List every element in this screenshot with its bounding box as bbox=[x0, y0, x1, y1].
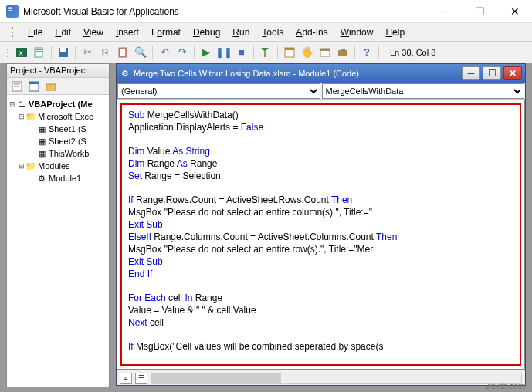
procedure-view-icon[interactable]: ≡ bbox=[120, 373, 132, 384]
project-tree[interactable]: ⊟🗀VBAProject (Me ⊟📁Microsoft Exce ▦Sheet… bbox=[7, 95, 109, 188]
object-browser-icon[interactable] bbox=[317, 44, 334, 61]
cut-icon[interactable]: ✂ bbox=[79, 44, 96, 61]
svg-rect-2 bbox=[35, 48, 42, 57]
view-code-icon[interactable] bbox=[10, 79, 24, 93]
menu-view[interactable]: View bbox=[77, 24, 110, 41]
tree-root[interactable]: ⊟🗀VBAProject (Me bbox=[8, 98, 107, 110]
sheet-icon: ▦ bbox=[36, 123, 47, 134]
svg-rect-8 bbox=[120, 49, 125, 56]
window-title: Microsoft Visual Basic for Applications bbox=[23, 6, 428, 17]
menubar: ⋮ File Edit View Insert Format Debug Run… bbox=[0, 23, 532, 42]
svg-rect-10 bbox=[264, 52, 266, 57]
project-explorer-icon[interactable] bbox=[281, 44, 298, 61]
menu-debug[interactable]: Debug bbox=[187, 24, 226, 41]
menu-edit[interactable]: Edit bbox=[49, 24, 77, 41]
module-icon: ⚙ bbox=[120, 68, 130, 79]
tree-sheet2[interactable]: ▦Sheet2 (S bbox=[8, 135, 107, 147]
horizontal-scrollbar[interactable] bbox=[151, 373, 522, 384]
code-window-footer: ≡ ☰ bbox=[117, 370, 525, 385]
tree-modules[interactable]: ⊟📁Modules bbox=[8, 160, 107, 172]
paste-icon[interactable] bbox=[114, 44, 131, 61]
svg-rect-3 bbox=[36, 49, 42, 50]
codewin-close-button[interactable]: ✕ bbox=[503, 66, 522, 80]
svg-text:X: X bbox=[19, 49, 23, 57]
procedure-dropdown[interactable]: MergeCellsWithData bbox=[322, 83, 525, 99]
sheet-icon: ▦ bbox=[36, 136, 47, 147]
undo-icon[interactable]: ↶ bbox=[156, 44, 173, 61]
mdi-area: Project - VBAProject ⊟🗀VBAProject (Me ⊟📁… bbox=[0, 63, 532, 392]
window-close-button[interactable]: ✕ bbox=[497, 0, 532, 23]
view-object-icon[interactable] bbox=[27, 79, 41, 93]
view-excel-icon[interactable]: X bbox=[13, 44, 30, 61]
toolbox-icon[interactable] bbox=[334, 44, 351, 61]
svg-rect-22 bbox=[46, 84, 56, 90]
menu-tools[interactable]: Tools bbox=[256, 24, 290, 41]
tree-module1[interactable]: ⚙Module1 bbox=[8, 172, 107, 184]
codewin-minimize-button[interactable]: ─ bbox=[462, 66, 480, 80]
svg-rect-6 bbox=[60, 48, 66, 52]
svg-rect-14 bbox=[320, 49, 330, 51]
code-window: ⚙ Merge Two Cells Witout Losing Data.xls… bbox=[116, 63, 526, 386]
codewin-maximize-button[interactable]: ☐ bbox=[483, 66, 501, 80]
insert-dropdown-icon[interactable] bbox=[31, 44, 48, 61]
watermark: wsxdn.com bbox=[486, 382, 524, 390]
svg-rect-12 bbox=[285, 48, 294, 50]
cursor-position: Ln 30, Col 8 bbox=[390, 48, 435, 57]
project-icon: 🗀 bbox=[16, 99, 27, 110]
help-icon[interactable]: ? bbox=[358, 44, 375, 61]
properties-icon[interactable]: 🖐 bbox=[299, 44, 316, 61]
reset-icon[interactable]: ■ bbox=[233, 44, 250, 61]
project-explorer-title: Project - VBAProject bbox=[7, 64, 109, 78]
code-window-title: Merge Two Cells Witout Losing Data.xlsm … bbox=[134, 69, 359, 78]
svg-rect-4 bbox=[36, 51, 42, 52]
menu-help[interactable]: Help bbox=[379, 24, 411, 41]
menubar-grip-icon: ⋮ bbox=[6, 25, 19, 39]
tree-thisworkbook[interactable]: ▦ThisWorkb bbox=[8, 147, 107, 160]
folder-icon: 📁 bbox=[25, 111, 36, 122]
project-explorer-panel: Project - VBAProject ⊟🗀VBAProject (Me ⊟📁… bbox=[6, 63, 110, 387]
window-maximize-button[interactable]: ☐ bbox=[463, 0, 497, 23]
design-mode-icon[interactable] bbox=[257, 44, 274, 61]
run-icon[interactable]: ▶ bbox=[198, 44, 215, 61]
tree-ms-excel[interactable]: ⊟📁Microsoft Exce bbox=[8, 110, 107, 123]
window-minimize-button[interactable]: ─ bbox=[428, 0, 463, 23]
code-editor[interactable]: Sub MergeCellsWithData() Application.Dis… bbox=[117, 100, 525, 370]
toolbar: ⋮ X ✂ ⎘ 🔍 ↶ ↷ ▶ ❚❚ ■ 🖐 ? Ln 30, Col 8 bbox=[0, 42, 532, 63]
project-explorer-toolbar bbox=[7, 78, 109, 95]
menu-format[interactable]: Format bbox=[145, 24, 187, 41]
sheet-icon: ▦ bbox=[36, 148, 47, 159]
menu-window[interactable]: Window bbox=[334, 24, 380, 41]
toolbar-grip-icon: ⋮ bbox=[3, 47, 12, 58]
object-dropdown[interactable]: (General) bbox=[117, 83, 320, 99]
svg-rect-16 bbox=[341, 49, 345, 51]
vb-icon bbox=[6, 5, 19, 18]
menu-insert[interactable]: Insert bbox=[110, 24, 145, 41]
window-titlebar: Microsoft Visual Basic for Applications … bbox=[0, 0, 532, 23]
svg-marker-9 bbox=[261, 48, 269, 52]
menu-run[interactable]: Run bbox=[226, 24, 256, 41]
find-icon[interactable]: 🔍 bbox=[132, 44, 149, 61]
redo-icon[interactable]: ↷ bbox=[174, 44, 191, 61]
toggle-folders-icon[interactable] bbox=[44, 79, 58, 93]
menu-file[interactable]: File bbox=[22, 24, 49, 41]
full-module-view-icon[interactable]: ☰ bbox=[135, 373, 147, 384]
tree-sheet1[interactable]: ▦Sheet1 (S bbox=[8, 123, 107, 135]
copy-icon[interactable]: ⎘ bbox=[97, 44, 114, 61]
code-window-titlebar[interactable]: ⚙ Merge Two Cells Witout Losing Data.xls… bbox=[117, 64, 525, 83]
folder-icon: 📁 bbox=[25, 161, 36, 171]
svg-rect-15 bbox=[338, 50, 347, 56]
module-icon: ⚙ bbox=[36, 173, 47, 184]
menu-addins[interactable]: Add-Ins bbox=[290, 24, 334, 41]
code-text[interactable]: Sub MergeCellsWithData() Application.Dis… bbox=[128, 110, 513, 353]
svg-rect-21 bbox=[29, 82, 39, 84]
save-icon[interactable] bbox=[55, 44, 72, 61]
break-icon[interactable]: ❚❚ bbox=[215, 44, 232, 61]
